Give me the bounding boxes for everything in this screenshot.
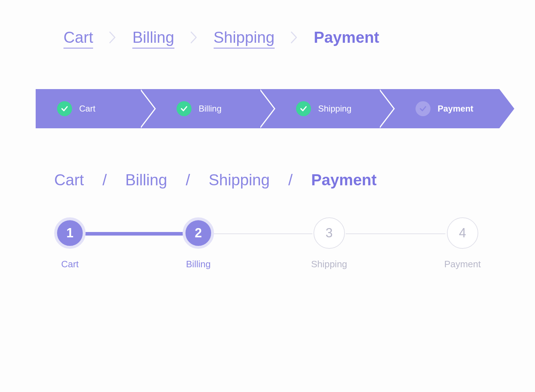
arrow-step-label: Payment [438, 104, 473, 114]
step-number-badge: 2 [183, 217, 214, 249]
step-number-badge: 3 [314, 217, 345, 249]
chevron-right-icon [290, 31, 298, 44]
arrow-step-label: Cart [79, 104, 95, 114]
slash-separator: / [102, 171, 107, 189]
breadcrumb-step-billing[interactable]: Billing [125, 171, 167, 189]
slash-separator: / [288, 171, 292, 189]
slash-separator: / [186, 171, 190, 189]
breadcrumb-step-payment[interactable]: Payment [314, 29, 379, 46]
check-icon [296, 101, 311, 116]
step-number-badge: 4 [447, 217, 478, 249]
arrow-step-shipping[interactable]: Shipping [260, 89, 380, 128]
arrow-end-icon [499, 89, 514, 128]
breadcrumb-slash: Cart / Billing / Shipping / Payment [36, 171, 499, 189]
stepper-node-billing[interactable]: 2 Billing [183, 217, 214, 270]
breadcrumb-step-shipping[interactable]: Shipping [214, 29, 275, 46]
stepper-node-payment[interactable]: 4 Payment [444, 217, 481, 270]
arrow-step-cart[interactable]: Cart [36, 89, 141, 128]
stepper-node-cart[interactable]: 1 Cart [54, 217, 86, 270]
stepper-connector [213, 233, 312, 234]
stepper-connector [84, 232, 184, 236]
chevron-right-icon [190, 31, 198, 44]
step-label: Shipping [311, 259, 347, 270]
stepper-numbered: 1 Cart 2 Billing 3 Shipping 4 Payment [36, 217, 499, 270]
step-label: Cart [61, 259, 78, 270]
breadcrumb-chevron: Cart Billing Shipping Payment [36, 29, 499, 46]
check-icon [177, 101, 192, 116]
step-number-badge: 1 [54, 217, 86, 249]
arrow-step-label: Billing [199, 104, 221, 114]
breadcrumb-step-cart[interactable]: Cart [54, 171, 84, 189]
breadcrumb-step-billing[interactable]: Billing [132, 29, 174, 46]
check-icon [416, 101, 430, 116]
arrow-step-billing[interactable]: Billing [141, 89, 260, 128]
breadcrumb-step-cart[interactable]: Cart [63, 29, 93, 46]
breadcrumb-step-payment[interactable]: Payment [311, 171, 376, 189]
step-label: Payment [444, 259, 481, 270]
stepper-node-shipping[interactable]: 3 Shipping [311, 217, 347, 270]
chevron-right-icon [109, 31, 117, 44]
arrow-step-label: Shipping [318, 104, 351, 114]
breadcrumb-step-shipping[interactable]: Shipping [209, 171, 270, 189]
check-icon [57, 101, 72, 116]
step-label: Billing [186, 259, 210, 270]
breadcrumb-arrow-bar: Cart Billing Shipping Payment [36, 89, 499, 128]
arrow-step-payment[interactable]: Payment [380, 89, 499, 128]
stepper-connector [346, 233, 445, 234]
